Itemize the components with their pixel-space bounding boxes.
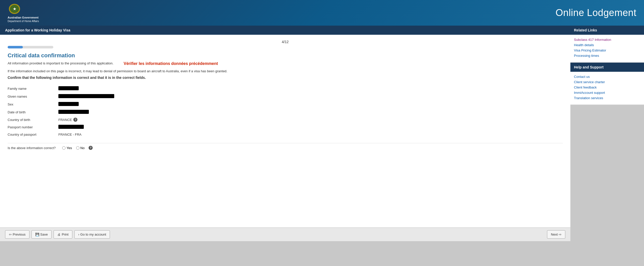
country-birth-value: FRANCE ? bbox=[58, 118, 563, 122]
radio-group-correct: Is the above information correct? Yes No… bbox=[8, 143, 563, 152]
goto-account-button[interactable]: › Go to my account bbox=[74, 230, 110, 239]
svg-text:★: ★ bbox=[13, 7, 16, 11]
radio-no-input[interactable] bbox=[76, 146, 79, 150]
next-label: Next bbox=[551, 233, 558, 236]
print-label: Print bbox=[62, 233, 69, 236]
progress-section: 4/12 bbox=[8, 40, 563, 48]
redacted-dob bbox=[58, 110, 89, 114]
save-label: Save bbox=[40, 233, 48, 236]
print-button[interactable]: 🖨 Print bbox=[54, 230, 72, 239]
radio-help-icon[interactable]: ? bbox=[89, 146, 93, 150]
link-subclass-417[interactable]: Subclass 417 Information bbox=[574, 38, 640, 42]
next-button[interactable]: Next ⇨ bbox=[547, 230, 565, 239]
related-links-body: Subclass 417 Information Health details … bbox=[570, 35, 644, 62]
related-links-section: Related Links Subclass 417 Information H… bbox=[570, 26, 644, 62]
field-value-country-birth: FRANCE ? bbox=[58, 116, 563, 123]
help-support-section: Help and Support Contact us Client servi… bbox=[570, 63, 644, 104]
goto-account-label: Go to my account bbox=[80, 233, 106, 236]
intro-text: All information provided is important to… bbox=[8, 61, 113, 65]
field-value-dob bbox=[58, 108, 563, 116]
table-row: Country of passport FRANCE - FRA bbox=[8, 131, 563, 138]
redacted-given-names bbox=[58, 94, 114, 98]
country-birth-text: FRANCE bbox=[58, 118, 72, 122]
table-row: Sex bbox=[8, 100, 563, 108]
previous-icon: ⇦ bbox=[9, 233, 12, 236]
print-icon: 🖨 bbox=[57, 233, 61, 236]
application-title: Application for a Working Holiday Visa bbox=[5, 28, 70, 32]
site-title: Online Lodgement bbox=[555, 7, 636, 18]
coat-of-arms-icon: ★ bbox=[8, 3, 22, 15]
progress-bar-fill bbox=[8, 46, 23, 48]
link-client-service-charter[interactable]: Client service charter bbox=[574, 80, 640, 84]
instruction-text: If the information included on this page… bbox=[8, 69, 563, 73]
field-label-given-names: Given names bbox=[8, 93, 58, 100]
field-value-given-names bbox=[58, 93, 563, 100]
link-processing-times[interactable]: Processing times bbox=[574, 54, 640, 58]
link-client-feedback[interactable]: Client feedback bbox=[574, 85, 640, 89]
link-immiaccount-support[interactable]: ImmiAccount support bbox=[574, 91, 640, 95]
confirm-text: Confirm that the following information i… bbox=[8, 76, 563, 80]
redacted-passport-number bbox=[58, 125, 84, 129]
progress-label: 4/12 bbox=[8, 40, 563, 44]
bottom-navigation: ⇦ Previous 💾 Save 🖨 Print › Go to my acc… bbox=[0, 227, 570, 241]
help-support-body: Contact us Client service charter Client… bbox=[570, 72, 644, 104]
page-title: Critical data confirmation bbox=[8, 52, 563, 59]
previous-label: Previous bbox=[13, 233, 26, 236]
save-icon: 💾 bbox=[35, 233, 39, 236]
field-label-family-name: Family name bbox=[8, 85, 58, 93]
form-content: 4/12 Critical data confirmation All info… bbox=[0, 35, 570, 227]
field-value-sex bbox=[58, 100, 563, 108]
link-translation-services[interactable]: Translation services bbox=[574, 96, 640, 100]
government-logo: ★ Australian Government Department of Ho… bbox=[8, 3, 39, 23]
previous-button[interactable]: ⇦ Previous bbox=[5, 230, 29, 239]
warning-text: Vérifier les informations données précéd… bbox=[124, 61, 218, 66]
page-header: ★ Australian Government Department of Ho… bbox=[0, 0, 644, 26]
related-links-header: Related Links bbox=[570, 26, 644, 35]
nav-right-buttons: Next ⇨ bbox=[547, 230, 565, 239]
sidebar: Related Links Subclass 417 Information H… bbox=[570, 26, 644, 105]
field-label-dob: Date of birth bbox=[8, 108, 58, 116]
table-row: Given names bbox=[8, 93, 563, 100]
intro-row: All information provided is important to… bbox=[8, 61, 563, 67]
fields-table: Family name Given names Sex bbox=[8, 85, 563, 138]
field-value-passport-number bbox=[58, 123, 563, 131]
table-row: Date of birth bbox=[8, 108, 563, 116]
table-row: Passport number bbox=[8, 123, 563, 131]
field-label-sex: Sex bbox=[8, 100, 58, 108]
link-contact-us[interactable]: Contact us bbox=[574, 75, 640, 79]
redacted-sex bbox=[58, 102, 79, 106]
table-row: Country of birth FRANCE ? bbox=[8, 116, 563, 123]
country-birth-help-icon[interactable]: ? bbox=[73, 118, 77, 122]
field-label-country-passport: Country of passport bbox=[8, 131, 58, 138]
link-health-details[interactable]: Health details bbox=[574, 43, 640, 47]
help-support-header: Help and Support bbox=[570, 63, 644, 72]
department-name: Australian Government Department of Home… bbox=[8, 16, 39, 23]
progress-bar bbox=[8, 46, 53, 48]
table-row: Family name bbox=[8, 85, 563, 93]
field-label-country-birth: Country of birth bbox=[8, 116, 58, 123]
save-button[interactable]: 💾 Save bbox=[31, 230, 52, 239]
radio-no-label: No bbox=[80, 146, 85, 150]
goto-account-icon: › bbox=[78, 233, 79, 236]
nav-left-buttons: ⇦ Previous 💾 Save 🖨 Print › Go to my acc… bbox=[5, 230, 110, 239]
redacted-family-name bbox=[58, 86, 79, 90]
field-value-country-passport: FRANCE - FRA bbox=[58, 131, 563, 138]
next-icon: ⇨ bbox=[559, 233, 562, 236]
link-visa-pricing[interactable]: Visa Pricing Estimator bbox=[574, 48, 640, 52]
field-value-family-name bbox=[58, 85, 563, 93]
field-label-passport-number: Passport number bbox=[8, 123, 58, 131]
radio-yes-label: Yes bbox=[67, 146, 72, 150]
main-container: Application for a Working Holiday Visa 4… bbox=[0, 26, 644, 241]
radio-question-label: Is the above information correct? bbox=[8, 146, 56, 150]
radio-yes-input[interactable] bbox=[62, 146, 65, 150]
content-area: Application for a Working Holiday Visa 4… bbox=[0, 26, 570, 241]
radio-option-no[interactable]: No bbox=[76, 146, 85, 150]
application-header-bar: Application for a Working Holiday Visa bbox=[0, 26, 570, 35]
radio-option-yes[interactable]: Yes bbox=[62, 146, 72, 150]
